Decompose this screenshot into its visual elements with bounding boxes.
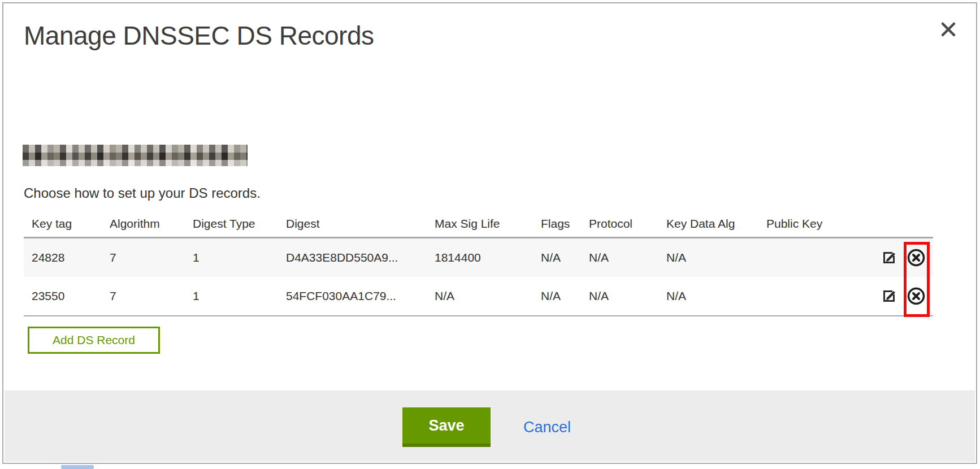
table-body: 24828 7 1 D4A33E8DD550A9... 1814400 N/A … (24, 238, 933, 316)
cell-digest-type: 1 (185, 289, 278, 303)
circle-x-icon (907, 286, 926, 306)
edit-record-button[interactable] (881, 249, 899, 267)
cell-algorithm: 7 (102, 251, 185, 264)
circle-x-icon (907, 248, 926, 267)
dialog-title: Manage DNSSEC DS Records (24, 20, 374, 51)
delete-record-button[interactable] (907, 287, 925, 305)
cell-key-data-alg: N/A (658, 251, 758, 264)
cell-max-sig-life: N/A (427, 289, 533, 303)
cell-flags: N/A (533, 251, 581, 264)
col-header-digest-type: Digest Type (185, 217, 278, 231)
col-header-key-data-alg: Key Data Alg (658, 217, 758, 231)
cell-key-data-alg: N/A (658, 289, 758, 303)
screenshot-stage: Manage DNSSEC DS Records Choose how to s… (0, 0, 980, 469)
edit-record-button[interactable] (881, 287, 899, 305)
cell-digest: D4A33E8DD550A9... (278, 251, 427, 264)
cell-protocol: N/A (581, 251, 658, 264)
close-icon (940, 21, 956, 37)
edit-pencil-square-icon (882, 288, 899, 305)
redacted-domain-name (23, 145, 248, 166)
cancel-link[interactable]: Cancel (523, 419, 571, 436)
manage-dnssec-dialog: Manage DNSSEC DS Records Choose how to s… (2, 2, 977, 464)
save-button[interactable]: Save (402, 407, 491, 447)
add-ds-record-button[interactable]: Add DS Record (28, 327, 160, 354)
ds-records-table: Key tag Algorithm Digest Type Digest Max… (24, 210, 933, 316)
underlying-page-fragment (61, 465, 94, 469)
cell-digest-type: 1 (185, 251, 278, 264)
cell-flags: N/A (533, 289, 581, 303)
cell-key-tag: 23550 (24, 289, 102, 303)
cell-algorithm: 7 (102, 289, 185, 303)
cell-max-sig-life: 1814400 (427, 251, 533, 264)
close-button[interactable] (938, 19, 959, 40)
col-header-max-sig-life: Max Sig Life (427, 217, 533, 231)
cell-key-tag: 24828 (24, 251, 102, 264)
col-header-algorithm: Algorithm (102, 217, 185, 231)
table-row: 23550 7 1 54FCF030AA1C79... N/A N/A N/A … (24, 277, 933, 315)
instruction-text: Choose how to set up your DS records. (24, 185, 261, 201)
table-header-row: Key tag Algorithm Digest Type Digest Max… (24, 210, 933, 238)
row-actions (866, 287, 933, 305)
edit-pencil-square-icon (882, 249, 899, 266)
col-header-protocol: Protocol (581, 217, 658, 231)
col-header-flags: Flags (533, 217, 581, 231)
delete-record-button[interactable] (907, 249, 925, 267)
cell-digest: 54FCF030AA1C79... (278, 289, 427, 303)
row-actions (866, 249, 933, 267)
col-header-digest: Digest (278, 217, 427, 231)
col-header-key-tag: Key tag (24, 217, 102, 231)
col-header-public-key: Public Key (758, 217, 866, 231)
cell-protocol: N/A (581, 289, 658, 303)
table-row: 24828 7 1 D4A33E8DD550A9... 1814400 N/A … (24, 238, 933, 277)
dialog-footer: Save Cancel (5, 390, 975, 462)
